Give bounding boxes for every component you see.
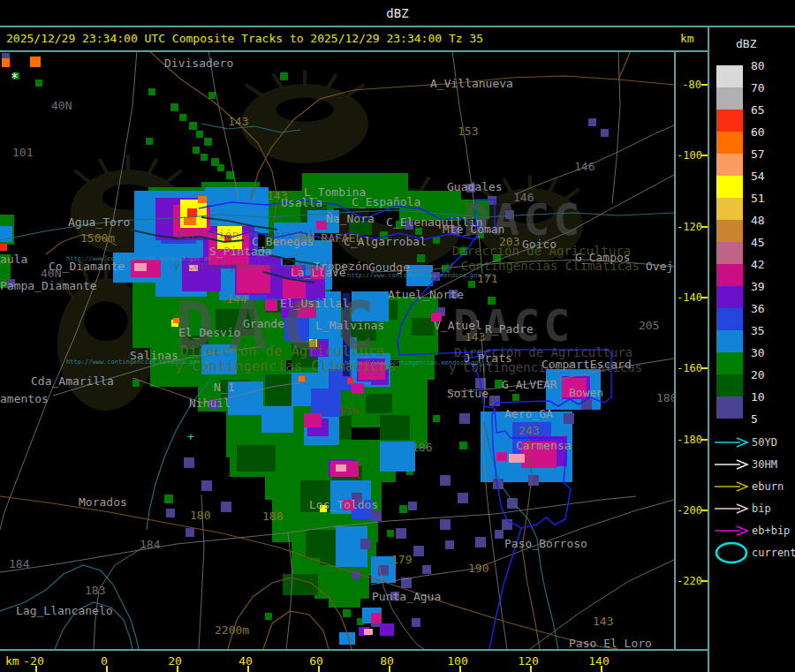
map-label: amentos xyxy=(0,392,49,405)
scale-swatch xyxy=(716,65,743,87)
right-axis-tick xyxy=(701,84,708,86)
map-label: Cda_Amarilla xyxy=(31,374,114,388)
map-label: La_Llave xyxy=(291,266,346,279)
right-axis-tick-label: -140 xyxy=(677,291,701,304)
right-axis-tick xyxy=(701,439,708,441)
scale-label: 80 xyxy=(751,59,765,72)
map-label: 184 xyxy=(140,538,160,551)
bottom-axis-tick-label: 140 xyxy=(588,654,609,668)
map-label: 40N xyxy=(41,267,61,280)
scale-label: 70 xyxy=(751,81,765,94)
radar-app-window: dBZ 2025/12/29 23:34:00 UTC Composite Tr… xyxy=(0,0,795,672)
bottom-axis-tick xyxy=(247,666,249,672)
map-label: Lag_Llancanelo xyxy=(16,604,113,617)
scale-label: 48 xyxy=(751,214,765,227)
map-label: 146 xyxy=(513,191,534,204)
right-axis-tick-label: -100 xyxy=(677,149,701,162)
scale-label: 51 xyxy=(751,192,765,205)
scale-label: 20 xyxy=(751,368,765,381)
right-axis-tick xyxy=(701,367,708,369)
bottom-axis-tick-label: 100 xyxy=(447,654,467,668)
scale-label: 35 xyxy=(751,324,765,337)
map-label: 243 xyxy=(519,424,539,437)
map-label: 143 xyxy=(465,330,485,344)
current-cell-icon xyxy=(714,540,751,566)
map-label: 1500m xyxy=(80,231,115,245)
map-label: 184 xyxy=(9,557,29,570)
map-label: 143 xyxy=(228,115,248,128)
map-label: 144 xyxy=(226,292,246,306)
scale-label: 65 xyxy=(751,103,765,117)
scale-swatch xyxy=(716,176,743,198)
scale-swatch xyxy=(716,330,743,352)
page-title: dBZ xyxy=(0,6,795,20)
map-label: Los_Toldos xyxy=(309,498,378,511)
scale-label: 36 xyxy=(751,302,765,315)
radar-map-canvas[interactable]: DACCDACCDACCDirección de Agriculturay Co… xyxy=(0,52,674,649)
map-label: CompartEscard xyxy=(541,358,632,371)
bottom-axis-tick xyxy=(459,666,461,672)
map-label: * xyxy=(11,71,19,87)
right-axis-tick xyxy=(701,297,708,298)
scale-swatch xyxy=(716,220,743,242)
map-label: SAN_RAFAEL xyxy=(293,231,362,245)
map-label: aula xyxy=(0,253,27,266)
map-label: 205 xyxy=(639,319,659,332)
map-label: Paso_Borroso xyxy=(504,537,587,550)
bottom-axis: km -20020406080100120140 xyxy=(0,649,708,672)
scale-swatch xyxy=(716,286,743,308)
bottom-axis-tick xyxy=(35,666,37,672)
scale-label: 5 xyxy=(751,412,758,426)
map-label: Paso_El_Loro xyxy=(569,637,652,649)
map-label: El_Usillal xyxy=(280,297,349,310)
road-line xyxy=(378,562,424,649)
map-label: 146 xyxy=(574,160,594,173)
right-axis-tick xyxy=(701,510,708,511)
scale-label: 60 xyxy=(751,125,765,139)
scale-swatch xyxy=(716,154,743,176)
map-label: Soitue xyxy=(447,387,488,400)
km-unit-label: km xyxy=(680,32,694,45)
map-label: + xyxy=(187,430,194,443)
river-line xyxy=(201,124,300,132)
legend-label: 50YD xyxy=(752,436,777,449)
right-axis-tick-label: -160 xyxy=(677,362,701,374)
bottom-axis-tick-label: 120 xyxy=(518,654,538,668)
map-label: Ña_Nora xyxy=(326,212,375,225)
map-label: 143 xyxy=(593,615,613,628)
map-label: J_Prats xyxy=(464,351,512,365)
scale-swatch xyxy=(716,87,743,109)
bottom-axis-tick-label: 60 xyxy=(309,654,323,668)
map-label: Bowen xyxy=(569,386,603,399)
bottom-axis-tick xyxy=(177,666,178,672)
bottom-axis-tick xyxy=(530,666,532,672)
legend-label: bip xyxy=(752,502,771,515)
scale-label: 54 xyxy=(751,170,765,183)
info-bar: 2025/12/29 23:34:00 UTC Composite Tracks… xyxy=(0,27,708,52)
map-label: Aero_GA xyxy=(504,407,553,420)
scale-label: 42 xyxy=(751,258,765,271)
timestamp-line: 2025/12/29 23:34:00 UTC Composite Tracks… xyxy=(6,32,483,45)
bottom-axis-tick-label: 80 xyxy=(380,654,394,668)
bottom-axis-tick-label: 40 xyxy=(238,654,253,668)
scale-swatch xyxy=(716,109,743,132)
right-axis-tick-label: -200 xyxy=(677,504,701,517)
bottom-axis-tick-label: 20 xyxy=(168,654,182,668)
scale-label: 45 xyxy=(751,236,765,249)
right-axis-tick xyxy=(701,580,708,582)
map-label: 171 xyxy=(477,272,497,285)
map-label: G_Campos xyxy=(575,251,631,264)
map-label: Mte_Coman xyxy=(443,223,504,236)
scale-swatch xyxy=(716,374,743,396)
map-label: G_ALVEAR xyxy=(502,378,557,391)
bottom-axis-tick-label: -20 xyxy=(23,654,43,668)
map-label: Divisadero xyxy=(164,57,233,70)
map-label: 143 xyxy=(267,189,287,202)
right-axis-tick-label: -220 xyxy=(677,575,701,587)
map-label: 101 xyxy=(12,146,33,159)
map-label: A_Villanueva xyxy=(430,77,513,90)
scale-swatch xyxy=(716,308,743,330)
bottom-axis-tick xyxy=(601,666,602,672)
legend-label: eb+bip xyxy=(752,525,790,537)
scale-swatch xyxy=(716,242,743,264)
